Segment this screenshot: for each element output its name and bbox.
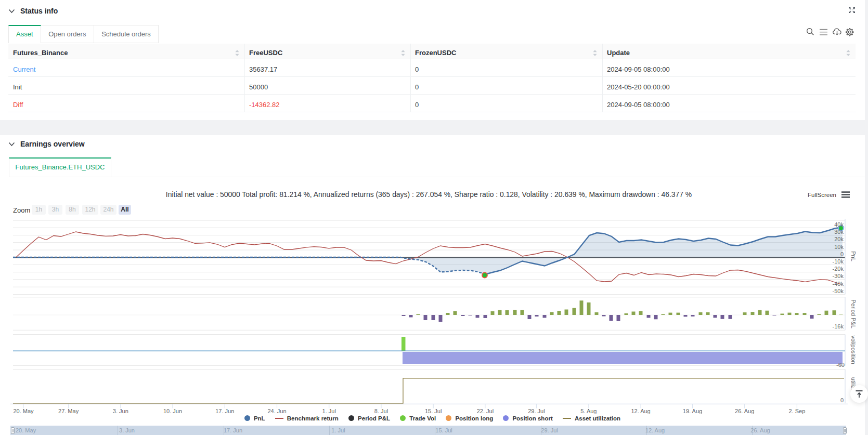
svg-text:PnL: PnL — [850, 251, 857, 261]
svg-text:12. Aug: 12. Aug — [631, 408, 650, 414]
svg-text:22. Jul: 22. Jul — [477, 408, 494, 414]
svg-text:26. Aug: 26. Aug — [735, 408, 754, 414]
svg-text:27. May: 27. May — [58, 408, 79, 414]
svg-text:-10k: -10k — [833, 258, 844, 265]
svg-text:0: 0 — [840, 251, 844, 257]
svg-text:-20k: -20k — [833, 266, 844, 272]
svg-text:5. Aug: 5. Aug — [580, 408, 597, 414]
svg-text:vol/position: vol/position — [850, 335, 857, 364]
svg-text:Period P&L: Period P&L — [850, 299, 857, 328]
svg-text:2. Sep: 2. Sep — [788, 408, 805, 414]
svg-text:17. Jun: 17. Jun — [215, 408, 234, 414]
svg-text:10. Jun: 10. Jun — [163, 408, 182, 414]
svg-text:-50k: -50k — [833, 288, 844, 294]
svg-text:8. Jul: 8. Jul — [374, 408, 388, 414]
svg-text:19. Aug: 19. Aug — [683, 408, 702, 414]
svg-text:1. Jul: 1. Jul — [322, 408, 336, 414]
svg-text:24. Jun: 24. Jun — [267, 408, 286, 414]
svg-text:30k: 30k — [834, 229, 844, 235]
svg-text:20k: 20k — [834, 236, 844, 242]
svg-text:-30k: -30k — [833, 273, 844, 279]
svg-text:29. Jul: 29. Jul — [528, 408, 545, 414]
svg-text:-16k: -16k — [833, 323, 844, 329]
svg-text:-40k: -40k — [833, 281, 844, 287]
svg-text:15. Jul: 15. Jul — [425, 408, 442, 414]
svg-text:10k: 10k — [834, 244, 844, 250]
svg-text:20. May: 20. May — [13, 408, 34, 414]
svg-text:0: 0 — [840, 397, 844, 403]
svg-text:3. Jun: 3. Jun — [113, 408, 128, 414]
svg-text:40k: 40k — [834, 221, 844, 228]
svg-text:-60: -60 — [836, 362, 845, 368]
